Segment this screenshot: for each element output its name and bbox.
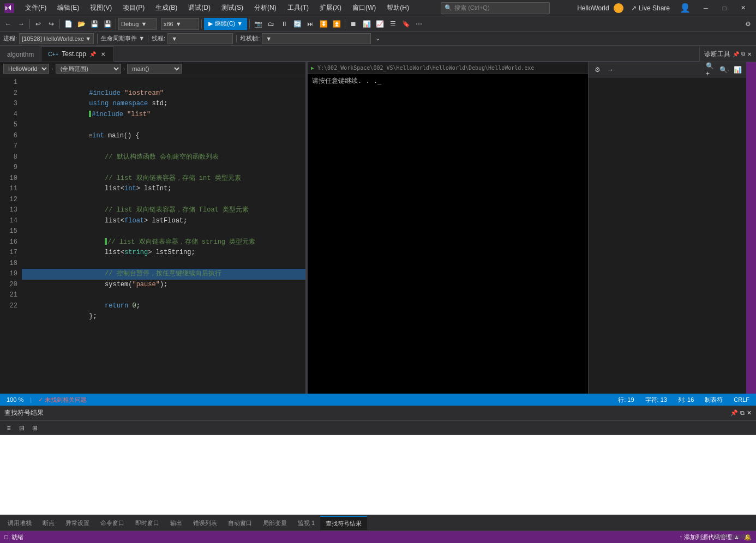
toolbar-more[interactable]: ⋯ xyxy=(413,18,425,30)
toolbar-screenshot[interactable]: 📷 xyxy=(252,18,264,30)
line-numbers: 12345 678910 1112131415 1617181920 2122 xyxy=(0,75,22,394)
tab-pin-icon[interactable]: 📌 xyxy=(89,51,96,57)
tab-breakpoints[interactable]: 断点 xyxy=(37,516,60,530)
find-collapse-btn[interactable]: ⊟ xyxy=(16,423,27,433)
maximize-button[interactable]: □ xyxy=(716,2,733,14)
menu-extensions[interactable]: 扩展(X) xyxy=(315,2,346,14)
toolbar-saveall[interactable]: 💾 xyxy=(101,18,113,30)
menu-project[interactable]: 项目(P) xyxy=(118,2,149,14)
collapse-btn[interactable]: ⌄ xyxy=(375,35,380,42)
toolbar-step-in[interactable]: ⏬ xyxy=(317,18,329,30)
find-expand-btn[interactable]: ⊞ xyxy=(29,423,40,433)
file-selector[interactable]: HelloWorld xyxy=(3,64,49,74)
menu-debug[interactable]: 调试(D) xyxy=(184,2,215,14)
close-panel-icon[interactable]: ✕ xyxy=(747,51,752,57)
panel-pin-btn[interactable]: 📌 xyxy=(730,409,738,417)
menu-edit[interactable]: 编辑(E) xyxy=(53,2,83,14)
menu-build[interactable]: 生成(B) xyxy=(151,2,182,14)
panel-zoom-in-btn[interactable]: 🔍+ xyxy=(706,64,717,75)
tab-immediate[interactable]: 即时窗口 xyxy=(130,516,165,530)
debug-config-dropdown[interactable]: Debug ▼ xyxy=(118,18,157,30)
tab-locals[interactable]: 局部变量 xyxy=(257,516,292,530)
panel-export-btn[interactable]: → xyxy=(605,64,616,75)
toolbar-redo[interactable]: ↪ xyxy=(45,18,57,30)
toolbar-undo[interactable]: ↩ xyxy=(32,18,44,30)
toolbar-settings[interactable]: ⚙ xyxy=(742,18,754,30)
close-button[interactable]: ✕ xyxy=(734,2,752,14)
panel-zoom-out-btn[interactable]: 🔍- xyxy=(719,64,730,75)
status-sep: | xyxy=(30,396,32,403)
tab-auto[interactable]: 自动窗口 xyxy=(223,516,257,530)
toolbar-open[interactable]: 📂 xyxy=(75,18,87,30)
toolbar-back[interactable]: ← xyxy=(2,18,14,30)
tab-output[interactable]: 输出 xyxy=(165,516,188,530)
user-icon[interactable]: 👤 xyxy=(677,3,693,13)
panel-chart-btn[interactable]: 📊 xyxy=(732,64,743,75)
toolbar-pause[interactable]: ⏸ xyxy=(278,18,290,30)
toolbar-restart[interactable]: 🔄 xyxy=(291,18,303,30)
toolbar-tracing[interactable]: 📈 xyxy=(374,18,386,30)
tab-exceptions[interactable]: 异常设置 xyxy=(60,516,95,530)
toolbar-bookmark[interactable]: 🔖 xyxy=(400,18,412,30)
sep6 xyxy=(249,19,250,29)
pin-icon[interactable]: 📌 xyxy=(733,51,739,57)
menu-window[interactable]: 窗口(W) xyxy=(348,2,380,14)
panel-close-btn[interactable]: ✕ xyxy=(747,409,752,417)
tab-mode[interactable]: 制表符 xyxy=(703,396,725,404)
panel-float-btn[interactable]: ⧉ xyxy=(740,409,745,417)
app-icon xyxy=(614,3,623,13)
toolbar-save[interactable]: 💾 xyxy=(88,18,100,30)
tab-callstack[interactable]: 调用堆栈 xyxy=(2,516,37,530)
col-info[interactable]: 列: 16 xyxy=(676,396,696,404)
char-info[interactable]: 字符: 13 xyxy=(643,396,669,404)
continue-button[interactable]: ▶ 继续(C) ▼ xyxy=(204,18,247,30)
line-ending[interactable]: CRLF xyxy=(731,396,752,403)
toolbar-sep4 xyxy=(158,18,160,30)
zoom-level[interactable]: 100 % xyxy=(4,396,26,403)
tab-close-button[interactable]: ✕ xyxy=(99,50,107,58)
error-status[interactable]: ✓ 未找到相关问题 xyxy=(36,396,89,404)
console-content[interactable]: 请按任意键继续. . ._ xyxy=(308,74,588,394)
live-share-button[interactable]: ↗ Live Share xyxy=(628,3,673,13)
process-label: 进程: xyxy=(3,34,17,43)
scope-selector[interactable]: (全局范围) xyxy=(56,64,121,74)
thread-dropdown[interactable]: ▼ xyxy=(167,33,233,44)
tab-algorithm[interactable]: algorithm xyxy=(0,46,41,62)
menu-analyze[interactable]: 分析(N) xyxy=(250,2,281,14)
tab-command[interactable]: 命令窗口 xyxy=(95,516,130,530)
toolbar-step-out[interactable]: ⏫ xyxy=(331,18,343,30)
code-content[interactable]: 12345 678910 1112131415 1617181920 2122 … xyxy=(0,75,305,394)
position-info[interactable]: 行: 19 xyxy=(616,396,636,404)
toolbar-diag[interactable]: 📊 xyxy=(361,18,373,30)
toolbar-forward[interactable]: → xyxy=(15,18,27,30)
platform-dropdown[interactable]: x86 ▼ xyxy=(161,18,199,30)
menu-file[interactable]: 文件(F) xyxy=(21,2,51,14)
panel-settings-btn[interactable]: ⚙ xyxy=(592,64,603,75)
tab-watch1[interactable]: 监视 1 xyxy=(292,516,320,530)
tab-find-symbol[interactable]: 查找符号结果 xyxy=(320,516,367,530)
tab-error-list[interactable]: 错误列表 xyxy=(188,516,223,530)
toolbar-snapshot[interactable]: 🗂 xyxy=(265,18,277,30)
console-output: 请按任意键继续. . ._ xyxy=(312,77,381,85)
menu-help[interactable]: 帮助(H) xyxy=(382,2,413,14)
stack-dropdown[interactable]: ▼ xyxy=(262,33,371,44)
menu-view[interactable]: 视图(V) xyxy=(86,2,116,14)
diagnostics-tab[interactable]: 诊断工具 📌 ⧉ ✕ xyxy=(699,46,756,62)
find-list-btn[interactable]: ≡ xyxy=(3,423,14,433)
toolbar-step-over[interactable]: ⏭ xyxy=(304,18,316,30)
error-text: 未找到相关问题 xyxy=(45,396,87,404)
search-box[interactable]: 🔍 搜索 (Ctrl+Q) xyxy=(441,2,550,14)
toolbar-breakpoints[interactable]: ⏹ xyxy=(347,18,359,30)
menu-tools[interactable]: 工具(T) xyxy=(283,2,313,14)
float-icon[interactable]: ⧉ xyxy=(741,51,745,57)
tab-test-cpp[interactable]: C++ Test.cpp 📌 ✕ xyxy=(41,46,114,62)
toolbar-align[interactable]: ☰ xyxy=(387,18,399,30)
toolbar-new[interactable]: 📄 xyxy=(62,18,74,30)
process-dropdown[interactable]: [10528] HelloWorld.exe ▼ xyxy=(19,33,94,44)
minimize-button[interactable]: ─ xyxy=(697,2,715,14)
function-selector[interactable]: main() xyxy=(127,64,182,74)
window-controls: ─ □ ✕ xyxy=(697,2,752,14)
sep-debug2 xyxy=(148,35,148,43)
platform-chevron: ▼ xyxy=(176,21,182,27)
menu-test[interactable]: 测试(S) xyxy=(217,2,248,14)
